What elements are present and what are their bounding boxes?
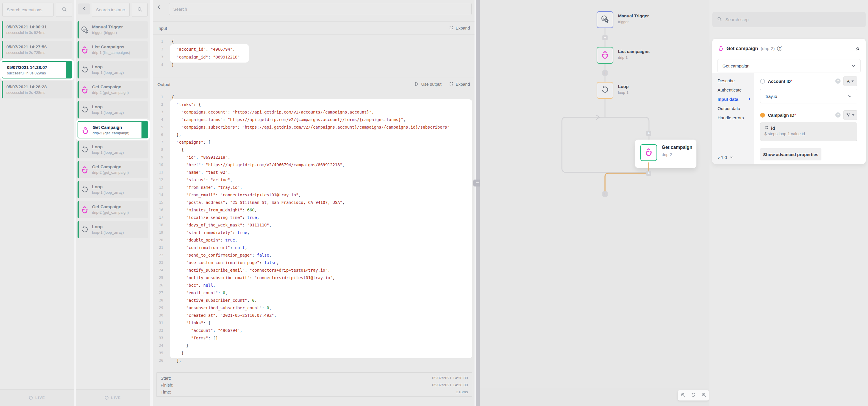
chevron-left-icon[interactable] [157, 5, 161, 10]
drip-icon [81, 205, 89, 214]
live-badge: LIVE [111, 396, 121, 400]
step-subtitle: loop-1 (loop_array) [92, 230, 145, 235]
canvas-node-subtitle: trigger [618, 20, 629, 24]
code-line: 34 } [153, 342, 474, 349]
code-line: 20 "double_optin": true, [153, 236, 474, 244]
step-item[interactable]: Loop loop-1 (loop_array) [78, 181, 148, 198]
code-line: 16 "minutes_from_midnight": 660, [153, 206, 474, 214]
line-number: 14 [153, 191, 163, 199]
inspector-tab-authenticate[interactable]: Authenticate [717, 85, 754, 94]
zoom-in-button[interactable] [701, 393, 706, 399]
zoom-out-button[interactable] [681, 393, 685, 399]
code-line: 3 "campaign_id": "869912218" [153, 53, 474, 61]
code-line: 9 "id": "869912218", [153, 153, 474, 161]
code-line: 6 }, [153, 131, 474, 138]
step-item[interactable]: List Campaigns drip-1 (list_campaigns) [78, 41, 148, 58]
field-help-icon[interactable]: ? [835, 79, 840, 84]
execution-status: successful in 2s 725ms [6, 50, 69, 55]
canvas-node-list-campaigns[interactable] [597, 47, 613, 64]
canvas-zoom-controls [678, 390, 709, 401]
input-expand-button[interactable]: Expand [449, 26, 470, 31]
account-id-value: tray.io [766, 94, 777, 99]
code-line: 18 "days_of_the_week_mask": "0111110", [153, 221, 474, 229]
step-subtitle: loop-1 (loop_array) [92, 110, 145, 115]
canvas-node-get-campaign-selected[interactable]: Get campaign drip-2 [635, 140, 696, 168]
account-id-select[interactable]: tray.io [760, 89, 857, 104]
line-number: 30 [153, 312, 163, 319]
help-icon[interactable]: ? [777, 46, 782, 51]
campaign-type-selector[interactable] [843, 110, 857, 120]
execution-item[interactable]: 05/07/2021 14:27:56 successful in 2s 725… [2, 41, 72, 58]
inspector-tab-output-data[interactable]: Output data [717, 104, 754, 113]
search-instance-input[interactable] [92, 3, 130, 17]
code-line: 19 "start_immediately": true, [153, 229, 474, 236]
version-selector[interactable]: v 1.0 [717, 155, 733, 160]
step-item[interactable]: Get Campaign drip-2 (get_campaign) [78, 121, 148, 138]
search-instance-button[interactable] [132, 3, 148, 17]
debug-search-input[interactable] [169, 3, 472, 15]
step-item[interactable]: Loop loop-1 (loop_array) [78, 101, 148, 118]
code-line: 26 "bcc": null, [153, 282, 474, 289]
execution-item[interactable]: 05/07/2021 14:28:28 successful in 2s 428… [2, 81, 72, 98]
add-step-button[interactable]: + [646, 130, 651, 136]
search-step-input[interactable] [725, 17, 861, 22]
show-advanced-properties-button[interactable]: Show advanced properties [760, 148, 822, 161]
code-line: 22 "send_to_confirmation_page": false, [153, 251, 474, 259]
step-item[interactable]: Get Campaign drip-2 (get_campaign) [78, 81, 148, 98]
add-step-button[interactable]: + [646, 171, 651, 176]
add-step-button[interactable]: + [602, 35, 608, 40]
inspector-tab-describe[interactable]: Describe [717, 76, 754, 85]
step-title: Get Campaign [92, 164, 145, 170]
step-subtitle: drip-2 (get_campaign) [92, 170, 145, 175]
step-item[interactable]: Loop loop-1 (loop_array) [78, 61, 148, 79]
chevron-right-icon [748, 97, 751, 101]
execution-item[interactable]: 05/07/2021 14:28:07 successful in 3s 829… [2, 61, 72, 79]
code-line: 29 "unsubscribed_subscriber_count": 0, [153, 304, 474, 312]
collapse-steps-button[interactable] [78, 3, 90, 14]
inspector-tab-input-data[interactable]: Input data [717, 94, 754, 104]
line-number: 4 [153, 116, 163, 123]
inspector-nav: Describe Authenticate Input data Output … [712, 73, 754, 164]
campaign-id-row: Campaign ID* ? [760, 112, 857, 118]
drip-icon [81, 46, 89, 54]
add-step-button[interactable]: + [602, 70, 608, 76]
code-line: 25 "notify_unsubscribe_email": "connecto… [153, 274, 474, 282]
account-type-selector[interactable]: A [843, 77, 857, 86]
reset-zoom-button[interactable] [691, 393, 696, 399]
output-expand-button[interactable]: Expand [449, 82, 470, 87]
use-output-button[interactable]: Use output [414, 82, 441, 87]
field-help-icon[interactable]: ? [835, 112, 840, 118]
execution-item[interactable]: 05/07/2021 14:00:31 successful in 3s 924… [2, 21, 72, 38]
step-item[interactable]: Loop loop-1 (loop_array) [78, 141, 148, 158]
line-number: 18 [153, 221, 163, 229]
collapse-panel-icon[interactable] [855, 46, 861, 51]
canvas-node-title: Get campaign [662, 145, 692, 150]
radio-circle-icon[interactable] [760, 79, 765, 84]
step-item[interactable]: Get Campaign drip-2 (get_campaign) [78, 201, 148, 219]
search-executions-button[interactable] [56, 3, 72, 17]
step-item[interactable]: Get Campaign drip-2 (get_campaign) [78, 161, 148, 178]
campaign-id-jsonpath-chip[interactable]: id $.steps.loop-1.value.id [760, 122, 857, 141]
step-subtitle: drip-1 (list_campaigns) [92, 50, 145, 55]
add-step-button[interactable]: + [602, 192, 608, 197]
search-executions-input[interactable] [2, 3, 54, 17]
code-line: 13 "from_name": "tray.io", [153, 183, 474, 191]
step-subtitle: loop-1 (loop_array) [92, 150, 145, 155]
search-step-box[interactable] [712, 12, 866, 27]
code-line: 21 "confirmation_url": null, [153, 244, 474, 251]
execution-timing-box: Start: 05/07/2021 14:28:08 Finish: 05/07… [156, 372, 472, 397]
live-badge: LIVE [35, 396, 45, 400]
code-line: 33 "forms": [] [153, 334, 474, 342]
workflow-canvas[interactable]: Manual Trigger trigger List campaigns dr… [480, 0, 709, 406]
input-json-editor[interactable]: 1{2 "account_id": "4966794",3 "campaign_… [153, 35, 474, 78]
panel-resize-divider[interactable] [476, 0, 480, 406]
operation-select[interactable]: Get campaign [717, 59, 861, 72]
step-item[interactable]: Loop loop-1 (loop_array) [78, 221, 148, 238]
line-number: 12 [153, 176, 163, 183]
canvas-node-manual-trigger[interactable] [597, 11, 613, 28]
output-json-editor[interactable]: 1{2 "links": {3 "campaigns.account": "ht… [153, 91, 474, 371]
line-number: 6 [153, 131, 163, 138]
canvas-node-loop[interactable] [597, 82, 613, 99]
inspector-tab-handle-errors[interactable]: Handle errors [717, 113, 754, 122]
step-item[interactable]: Manual Trigger trigger (trigger) [78, 21, 148, 38]
